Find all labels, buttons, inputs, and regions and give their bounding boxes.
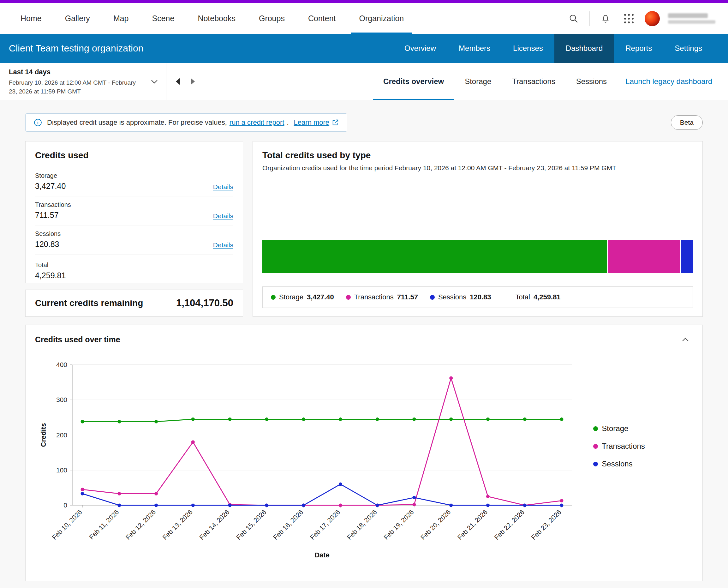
transactions-dot-icon <box>593 444 598 449</box>
nav-item-home[interactable]: Home <box>9 3 53 34</box>
row-label: Sessions <box>35 230 61 237</box>
legend-total-label: Total <box>515 293 530 301</box>
sessions-dot-icon <box>593 462 598 466</box>
over-time-title: Credits used over time <box>35 335 120 344</box>
svg-text:Feb 15, 2026: Feb 15, 2026 <box>235 508 268 541</box>
credit-usage-info-banner: Displayed credit usage is approximate. F… <box>25 113 347 132</box>
tab-transactions[interactable]: Transactions <box>502 63 566 100</box>
credits-row-sessions: Sessions 120.83 Details <box>35 226 233 254</box>
legend-item-total: Total 4,259.81 <box>515 293 560 301</box>
tab-credits-overview[interactable]: Credits overview <box>373 63 454 100</box>
tab-storage[interactable]: Storage <box>454 63 502 100</box>
nav-divider <box>590 12 590 26</box>
legend-separator <box>503 292 503 303</box>
credits-remaining-value: 1,104,170.50 <box>176 297 233 309</box>
transactions-dot-icon <box>346 295 351 300</box>
legend-item-storage: Storage <box>593 424 693 433</box>
banner-period: . <box>287 119 288 127</box>
previous-period-icon[interactable] <box>176 78 180 85</box>
svg-text:Credits: Credits <box>40 423 47 447</box>
row-value: 711.57 <box>35 211 71 220</box>
storage-dot-icon <box>271 295 276 300</box>
storage-dot-icon <box>593 426 598 431</box>
svg-text:100: 100 <box>56 466 67 474</box>
legend-item-transactions: Transactions <box>593 442 693 450</box>
svg-text:Feb 13, 2026: Feb 13, 2026 <box>161 508 194 541</box>
org-tab-settings[interactable]: Settings <box>663 34 713 63</box>
run-credit-report-link[interactable]: run a credit report <box>230 119 284 127</box>
sessions-details-link[interactable]: Details <box>213 241 233 249</box>
nav-item-scene[interactable]: Scene <box>141 3 186 34</box>
transactions-details-link[interactable]: Details <box>213 212 233 220</box>
credits-used-title: Credits used <box>35 150 233 161</box>
user-name-redacted[interactable] <box>668 13 715 24</box>
legend-total-value: 4,259.81 <box>534 293 561 301</box>
svg-text:400: 400 <box>56 361 67 368</box>
nav-item-content[interactable]: Content <box>296 3 348 34</box>
nav-item-organization[interactable]: Organization <box>347 3 415 34</box>
tab-sessions[interactable]: Sessions <box>566 63 617 100</box>
collapse-chevron-up-icon[interactable] <box>678 332 693 347</box>
credits-remaining-label: Current credits remaining <box>35 298 143 308</box>
nav-item-gallery[interactable]: Gallery <box>53 3 102 34</box>
notifications-bell-icon[interactable] <box>598 11 613 26</box>
line-chart-legend: Storage Transactions Sessions <box>593 349 693 570</box>
search-icon[interactable] <box>566 11 581 26</box>
top-navigation: Home Gallery Map Scene Notebooks Groups … <box>0 3 728 34</box>
credits-total-row: Total 4,259.81 <box>35 261 233 280</box>
period-range-text: February 10, 2026 at 12:00 AM GMT - Febr… <box>9 78 142 96</box>
svg-text:Feb 23, 2026: Feb 23, 2026 <box>530 508 562 541</box>
credits-used-card: Credits used Storage 3,427.40 Details Tr… <box>25 141 243 283</box>
user-avatar[interactable] <box>645 11 660 26</box>
info-icon <box>34 119 42 127</box>
organization-tabs: Overview Members Licenses Dashboard Repo… <box>393 34 713 63</box>
svg-text:Feb 21, 2026: Feb 21, 2026 <box>456 508 489 541</box>
nav-item-notebooks[interactable]: Notebooks <box>186 3 247 34</box>
legend-item-sessions: Sessions <box>593 460 693 468</box>
svg-text:Feb 17, 2026: Feb 17, 2026 <box>308 508 341 541</box>
row-label: Storage <box>35 172 66 180</box>
legend-name: Transactions <box>354 293 394 301</box>
by-type-subtitle: Organization credits used for the time p… <box>262 164 693 172</box>
credits-row-transactions: Transactions 711.57 Details <box>35 196 233 226</box>
launch-legacy-dashboard-link[interactable]: Launch legacy dashboard <box>625 63 712 100</box>
bar-segment-storage <box>262 240 607 273</box>
app-launcher-grid-icon[interactable] <box>621 11 637 26</box>
svg-text:Feb 19, 2026: Feb 19, 2026 <box>382 508 415 541</box>
org-tab-overview[interactable]: Overview <box>393 34 447 63</box>
organization-bar: Client Team testing organization Overvie… <box>0 34 728 63</box>
nav-item-map[interactable]: Map <box>102 3 141 34</box>
by-type-title: Total credits used by type <box>262 150 693 161</box>
svg-text:Date: Date <box>315 551 329 559</box>
credits-line-chart: 0100200300400Feb 10, 2026Feb 11, 2026Feb… <box>35 349 593 570</box>
svg-text:Feb 10, 2026: Feb 10, 2026 <box>50 508 83 541</box>
svg-text:200: 200 <box>56 432 67 439</box>
learn-more-link[interactable]: Learn more <box>294 119 329 127</box>
svg-text:Feb 12, 2026: Feb 12, 2026 <box>124 508 157 541</box>
svg-text:Feb 14, 2026: Feb 14, 2026 <box>198 508 231 541</box>
legend-value: 120.83 <box>470 293 491 301</box>
svg-text:Feb 20, 2026: Feb 20, 2026 <box>419 508 452 541</box>
legend-name: Sessions <box>438 293 466 301</box>
dashboard-tabs: Credits overview Storage Transactions Se… <box>373 63 728 100</box>
legend-item-transactions: Transactions 711.57 <box>346 293 418 301</box>
org-tab-dashboard[interactable]: Dashboard <box>554 34 614 63</box>
bar-segment-sessions <box>681 240 693 273</box>
legend-name: Transactions <box>602 442 645 450</box>
storage-details-link[interactable]: Details <box>213 183 233 191</box>
bar-segment-transactions <box>608 240 680 273</box>
date-range-selector[interactable]: Last 14 days February 10, 2026 at 12:00 … <box>0 63 166 100</box>
legend-name: Sessions <box>602 460 632 468</box>
org-tab-members[interactable]: Members <box>447 34 502 63</box>
svg-text:Feb 16, 2026: Feb 16, 2026 <box>272 508 305 541</box>
next-period-icon[interactable] <box>191 78 195 85</box>
row-value: 120.83 <box>35 240 61 249</box>
row-label: Transactions <box>35 201 71 208</box>
credits-over-time-card: Credits used over time 0100200300400Feb … <box>25 324 703 581</box>
org-tab-reports[interactable]: Reports <box>614 34 663 63</box>
total-value: 4,259.81 <box>35 271 233 280</box>
svg-text:Feb 18, 2026: Feb 18, 2026 <box>345 508 378 541</box>
org-tab-licenses[interactable]: Licenses <box>502 34 554 63</box>
nav-item-groups[interactable]: Groups <box>247 3 296 34</box>
svg-text:0: 0 <box>63 502 67 509</box>
